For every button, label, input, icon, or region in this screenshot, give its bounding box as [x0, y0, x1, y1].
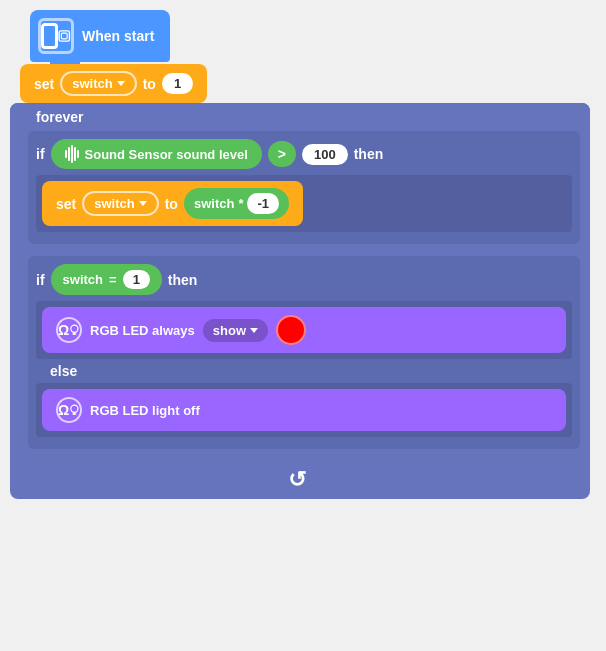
- svg-point-6: [71, 405, 78, 412]
- led-icon-2: [56, 397, 82, 423]
- switch-var-2: switch: [94, 196, 134, 211]
- else-section: RGB LED light off: [36, 383, 572, 437]
- forever-block: forever if: [10, 103, 590, 499]
- then-section-1: set switch to switch * -1: [36, 175, 572, 232]
- then-label-1: then: [354, 146, 384, 162]
- rgb-block-1: RGB LED always show: [42, 307, 566, 353]
- svg-point-2: [71, 325, 78, 332]
- multiply-icon: *: [238, 196, 243, 211]
- if-sound-block: if Sound Sensor sound level: [28, 131, 580, 244]
- neg-value: -1: [257, 196, 269, 211]
- set-block-1: set switch to 1: [20, 64, 207, 103]
- set-label-1: set: [34, 76, 54, 92]
- led-icon-1: [56, 317, 82, 343]
- svg-rect-1: [62, 33, 68, 39]
- threshold-pill: 100: [302, 144, 348, 165]
- refresh-icon: ↺: [288, 467, 312, 491]
- to-label-2: to: [165, 196, 178, 212]
- bottom-refresh-arrow[interactable]: ↺: [10, 459, 590, 499]
- eq-operator: =: [109, 272, 117, 287]
- show-dropdown[interactable]: show: [203, 319, 268, 342]
- switch-dropdown-1[interactable]: switch: [60, 71, 136, 96]
- then-label-2: then: [168, 272, 198, 288]
- else-label-container: else: [36, 363, 572, 379]
- when-start-label: When start: [82, 28, 154, 44]
- set-block-2: set switch to switch * -1: [42, 181, 303, 226]
- operator-1: >: [278, 146, 286, 162]
- rgb-light-off-label: RGB LED light off: [90, 403, 200, 418]
- switch-var-1: switch: [72, 76, 112, 91]
- if-label-2: if: [36, 272, 45, 288]
- switch-eq-pill[interactable]: switch = 1: [51, 264, 162, 295]
- chevron-down-icon-3: [250, 328, 258, 333]
- threshold-val: 100: [314, 147, 336, 162]
- sound-sensor-pill[interactable]: Sound Sensor sound level: [51, 139, 262, 169]
- when-start-block[interactable]: When start: [30, 10, 170, 62]
- switch-var-3: switch: [63, 272, 103, 287]
- if-switch-block: if switch = 1 then: [28, 256, 580, 449]
- else-label: else: [36, 357, 91, 385]
- block-area: When start set switch to 1 forever: [10, 10, 590, 640]
- color-picker[interactable]: [276, 315, 306, 345]
- if-switch-row: if switch = 1 then: [36, 264, 572, 295]
- switch-label-2: switch: [194, 196, 234, 211]
- if-label-1: if: [36, 146, 45, 162]
- set-label-2: set: [56, 196, 76, 212]
- rgb-always-label: RGB LED always: [90, 323, 195, 338]
- svg-rect-0: [60, 31, 70, 41]
- sound-sensor-label: Sound Sensor sound level: [85, 147, 248, 162]
- forever-label: forever: [22, 101, 97, 131]
- switch-eq-value: 1: [123, 270, 150, 289]
- neg-value-pill: -1: [247, 193, 279, 214]
- show-label: show: [213, 323, 246, 338]
- chevron-down-icon-2: [139, 201, 147, 206]
- eq-value: 1: [133, 272, 140, 287]
- value-1: 1: [174, 76, 181, 91]
- chevron-down-icon-1: [117, 81, 125, 86]
- if-sound-row: if Sound Sensor sound level: [36, 139, 572, 169]
- rgb-block-2: RGB LED light off: [42, 389, 566, 431]
- start-icon: [38, 18, 74, 54]
- switch-dropdown-2[interactable]: switch: [82, 191, 158, 216]
- sound-wave-icon: [65, 145, 79, 163]
- greater-than-op: >: [268, 141, 296, 167]
- value-pill-1: 1: [162, 73, 193, 94]
- multiply-pill: switch * -1: [184, 188, 289, 219]
- to-label-1: to: [143, 76, 156, 92]
- then-section-2: RGB LED always show: [36, 301, 572, 359]
